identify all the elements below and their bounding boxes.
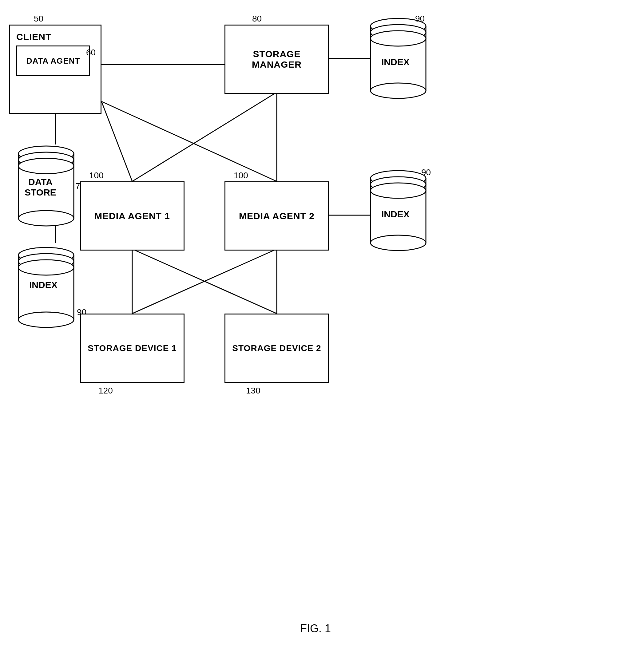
ref-50: 50 — [34, 14, 43, 24]
svg-point-32 — [371, 183, 426, 198]
svg-line-6 — [132, 249, 277, 314]
data-agent-label: DATA AGENT — [26, 56, 80, 66]
storage-manager-box: STORAGE MANAGER — [225, 25, 329, 94]
storage-device-2-box: STORAGE DEVICE 2 — [225, 314, 329, 383]
ref-100-right: 100 — [234, 171, 248, 181]
storage-device-2-label: STORAGE DEVICE 2 — [232, 343, 321, 353]
svg-line-1 — [132, 92, 277, 182]
svg-point-27 — [19, 260, 74, 275]
svg-line-4 — [101, 101, 277, 182]
media-agent-2-label: MEDIA AGENT 2 — [239, 211, 314, 221]
svg-point-30 — [371, 235, 426, 250]
ref-60: 60 — [86, 48, 96, 57]
storage-device-1-box: STORAGE DEVICE 1 — [80, 314, 185, 383]
svg-point-17 — [371, 31, 426, 46]
storage-manager-label: STORAGE MANAGER — [252, 49, 302, 70]
client-box: CLIENT DATA AGENT — [9, 25, 101, 114]
svg-line-7 — [132, 249, 277, 314]
ref-80: 80 — [252, 14, 262, 24]
media-agent-2-box: MEDIA AGENT 2 — [225, 182, 329, 250]
ref-90-top: 90 — [415, 14, 425, 24]
svg-point-15 — [371, 83, 426, 98]
media-agent-1-label: MEDIA AGENT 1 — [94, 211, 170, 221]
ref-130: 130 — [246, 386, 260, 395]
ref-100-left: 100 — [89, 171, 103, 181]
svg-point-25 — [19, 312, 74, 328]
svg-point-20 — [19, 211, 74, 226]
fig-label: FIG. 1 — [300, 622, 331, 635]
storage-device-1-label: STORAGE DEVICE 1 — [88, 343, 177, 353]
index-left-label: INDEX — [29, 280, 57, 290]
index-top-label: INDEX — [381, 57, 410, 67]
svg-line-3 — [101, 101, 132, 182]
svg-point-22 — [19, 158, 74, 174]
data-store-label: DATASTORE — [25, 177, 56, 198]
client-label: CLIENT — [16, 32, 51, 42]
index-right-label: INDEX — [381, 209, 410, 219]
data-agent-box: DATA AGENT — [16, 46, 90, 76]
diagram: CLIENT DATA AGENT 50 60 STORAGE MANAGER … — [0, 0, 631, 672]
ref-120: 120 — [98, 386, 113, 395]
media-agent-1-box: MEDIA AGENT 1 — [80, 182, 185, 250]
ref-90-right: 90 — [421, 168, 431, 177]
